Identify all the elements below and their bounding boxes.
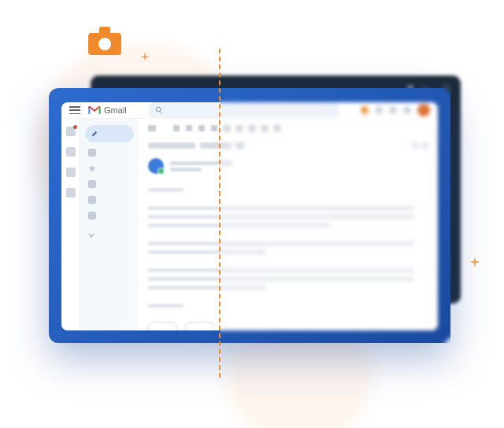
more-icon[interactable] xyxy=(274,125,280,131)
star-icon xyxy=(88,164,96,172)
screenshot-frame: Gmail xyxy=(49,88,450,343)
meet-rail-icon[interactable] xyxy=(66,188,76,197)
reply-actions xyxy=(148,322,428,330)
pencil-icon xyxy=(91,131,98,137)
sidebar-item-sent[interactable] xyxy=(85,194,134,205)
spaces-rail-icon[interactable] xyxy=(66,168,76,177)
status-dot[interactable] xyxy=(361,106,369,114)
app-title: Gmail xyxy=(104,105,127,115)
task-icon[interactable] xyxy=(236,125,243,131)
label-icon[interactable] xyxy=(261,125,268,131)
sparkle-icon xyxy=(140,52,150,61)
message-toolbar xyxy=(148,125,428,131)
archive-icon[interactable] xyxy=(173,125,180,131)
svg-point-2 xyxy=(98,38,111,50)
settings-icon[interactable] xyxy=(389,106,397,114)
compose-button[interactable] xyxy=(85,125,134,142)
mail-rail-icon[interactable] xyxy=(66,127,76,136)
popout-icon[interactable] xyxy=(422,142,428,149)
message-body xyxy=(148,188,428,308)
chat-rail-icon[interactable] xyxy=(66,147,76,157)
sidebar-item-inbox[interactable] xyxy=(85,147,134,158)
sidebar-item-snoozed[interactable] xyxy=(85,179,134,190)
gmail-body xyxy=(61,119,438,330)
snooze-icon[interactable] xyxy=(224,125,230,131)
svg-point-3 xyxy=(156,107,161,112)
sender-avatar[interactable] xyxy=(148,158,164,174)
gmail-header: Gmail xyxy=(61,102,438,119)
sidebar-item-more[interactable] xyxy=(85,226,134,237)
header-actions xyxy=(361,104,430,116)
apps-icon[interactable] xyxy=(403,106,411,114)
sparkle-icon xyxy=(469,256,480,268)
print-icon[interactable] xyxy=(413,142,419,149)
forward-button[interactable] xyxy=(184,322,214,330)
sidebar-item-starred[interactable] xyxy=(85,163,134,174)
comparison-divider xyxy=(219,49,220,378)
help-icon[interactable] xyxy=(375,106,383,114)
svg-line-4 xyxy=(160,112,162,114)
sidebar-item-drafts[interactable] xyxy=(85,210,134,221)
delete-icon[interactable] xyxy=(198,125,205,131)
subject-row xyxy=(148,142,428,149)
reply-button[interactable] xyxy=(148,322,178,330)
spam-icon[interactable] xyxy=(186,125,192,131)
move-icon[interactable] xyxy=(249,125,255,131)
search-input[interactable] xyxy=(149,102,339,118)
sender-row xyxy=(148,158,428,174)
gmail-m-icon xyxy=(88,105,101,115)
message-pane xyxy=(139,119,438,330)
menu-icon[interactable] xyxy=(69,106,80,114)
gmail-window: Gmail xyxy=(61,102,438,330)
camera-icon xyxy=(88,27,121,58)
search-icon xyxy=(155,106,163,114)
avatar[interactable] xyxy=(417,104,430,116)
sidebar xyxy=(80,119,139,330)
back-icon[interactable] xyxy=(148,125,156,131)
svg-rect-1 xyxy=(99,27,110,35)
unread-icon[interactable] xyxy=(211,125,217,131)
app-rail xyxy=(61,119,80,330)
gmail-logo[interactable]: Gmail xyxy=(88,105,127,115)
